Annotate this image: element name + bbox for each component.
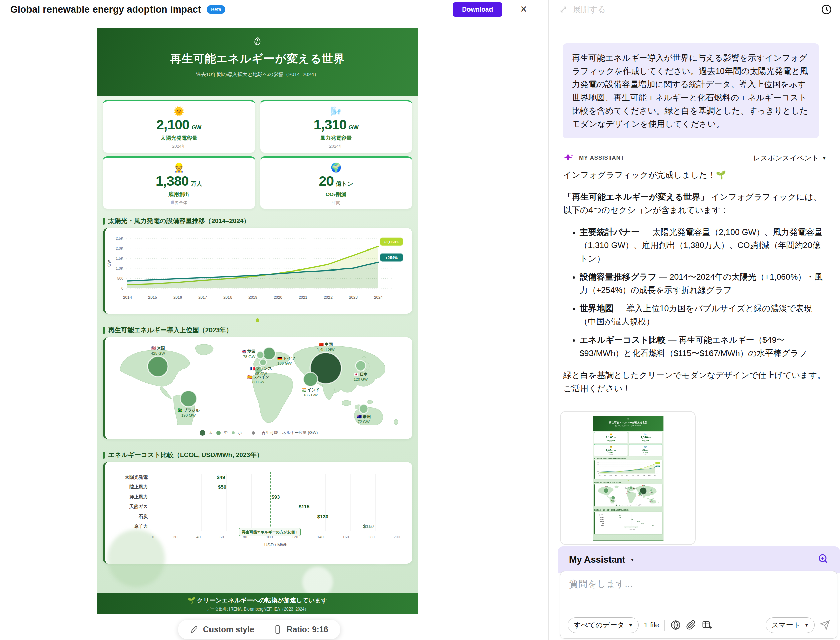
svg-text:+254%: +254% — [386, 256, 398, 260]
mode-dropdown[interactable]: スマート ▼ — [766, 617, 814, 633]
cost-value: $49 — [217, 474, 225, 480]
country-value: 80 GW — [627, 494, 630, 494]
assistant-selector[interactable]: My Assistant ▼ — [569, 555, 634, 565]
svg-text:+1,060%: +1,060% — [656, 463, 660, 464]
ratio-label[interactable]: Ratio: 9:16 — [287, 625, 328, 634]
country-value: 65 GW — [628, 492, 630, 493]
legend-size-dot — [251, 431, 255, 435]
cheaper-annotation: 再生可能エネルギーの方が安価 ↓ — [624, 526, 638, 528]
stat-sublabel: 年間 — [629, 454, 662, 455]
country-bubble — [638, 492, 642, 495]
infographic-preview[interactable]: 再生可能エネルギーが変える世界 過去10年間の導入拡大と地球への影響（2014–… — [97, 28, 418, 614]
country-bubble — [359, 405, 368, 413]
svg-text:2021: 2021 — [299, 295, 307, 299]
country-value: 1,453 GW — [642, 486, 645, 488]
cost-category-label: 原子力 — [114, 523, 152, 530]
cost-bar-row: 太陽光発電 $49 — [114, 474, 400, 481]
stats-grid: 🌞 2,100GW 太陽光発電容量 2024年 🌬️ 1,310GW 風力発電容… — [103, 100, 412, 209]
stat-label: 風力発電容量 — [629, 439, 662, 441]
send-icon[interactable] — [820, 620, 830, 630]
svg-text:1.5K: 1.5K — [115, 256, 123, 260]
stat-card: 🌞 2,100GW 太陽光発電容量 2024年 — [103, 100, 255, 153]
stat-emoji: 🌬️ — [260, 106, 412, 116]
svg-text:2.5K: 2.5K — [115, 236, 123, 240]
stats-grid: 🌞 2,100GW 太陽光発電容量 2024年 🌬️ 1,310GW 風力発電容… — [594, 432, 662, 456]
svg-text:2.0K: 2.0K — [597, 464, 598, 465]
paperclip-icon[interactable] — [686, 620, 696, 630]
stat-label: CO₂削減 — [629, 452, 662, 454]
stat-value: 2,100GW — [103, 117, 255, 133]
svg-text:2019: 2019 — [626, 475, 628, 476]
cost-rows: 太陽光発電 $49 陸上風力 $50 洋上風力 $93 天然ガス $115 石炭… — [597, 514, 660, 527]
download-button[interactable]: Download — [453, 2, 502, 17]
svg-text:2020: 2020 — [632, 475, 634, 476]
close-icon[interactable]: ✕ — [518, 5, 529, 14]
stat-sublabel: 2024年 — [594, 442, 628, 443]
stat-value: 1,380万人 — [594, 448, 628, 451]
svg-text:2023: 2023 — [648, 475, 651, 476]
growth-badge: +1,060% — [380, 238, 403, 246]
svg-text:0: 0 — [598, 473, 599, 474]
stat-value: 2,100GW — [594, 435, 628, 439]
app-root: Global renewable energy adoption impact … — [0, 0, 840, 640]
stat-card: 🌍 20億トン CO₂削減 年間 — [629, 444, 662, 456]
country-value: 78 GW — [625, 488, 628, 489]
country-name: 🇩🇪 ドイツ — [277, 356, 295, 361]
infographic-thumbnail[interactable]: 再生可能エネルギーが変える世界 過去10年間の導入拡大と地球への影響（2014–… — [560, 411, 696, 545]
cost-category-label: 原子力 — [597, 525, 605, 526]
country-value: 425 GW — [151, 351, 165, 355]
chat-input-card: すべてのデータ ▼ 1 file スマート ▼ — [560, 571, 837, 638]
globe-icon[interactable] — [670, 620, 681, 630]
country-value: 120 GW — [650, 493, 653, 494]
cost-x-label: USD / MWh — [152, 542, 400, 547]
country-bubble — [651, 499, 653, 501]
country-value: 65 GW — [255, 371, 267, 376]
svg-text:2016: 2016 — [173, 295, 182, 299]
country-value: 186 GW — [303, 393, 318, 397]
add-table-icon[interactable] — [702, 620, 712, 630]
stat-card: 👷 1,380万人 雇用創出 世界全体 — [103, 156, 255, 209]
chat-input[interactable] — [568, 577, 827, 616]
capacity-line-chart: 05001.0K1.5K2.0K2.5KGW201420152016201720… — [595, 460, 663, 478]
zoom-chat-icon[interactable] — [817, 553, 829, 566]
file-count-link[interactable]: 1 file — [644, 621, 659, 629]
country-bubble — [650, 490, 652, 492]
style-ratio-pill[interactable]: Custom style Ratio: 9:16 — [178, 620, 340, 639]
world-map: 🇨🇳 中国1,453 GW🇺🇸 米国425 GW🇧🇷 ブラジル190 GW🇮🇳 … — [107, 339, 412, 425]
thumbnail-scale: 再生可能エネルギーが変える世界 過去10年間の導入拡大と地球への影響（2014–… — [593, 416, 608, 541]
stat-sublabel: 2024年 — [629, 442, 662, 443]
response-bullet: 世界地図 — 導入上位10カ国をバブルサイズと緑の濃淡で表現（中国が最大規模） — [580, 302, 828, 328]
country-value: 425 GW — [605, 488, 608, 488]
svg-text:2015: 2015 — [148, 295, 157, 299]
infographic-subtitle: 過去10年間の導入拡大と地球への影響（2014–2024） — [97, 71, 418, 78]
data-scope-dropdown[interactable]: すべてのデータ ▼ — [568, 617, 638, 633]
country-bubble — [257, 351, 264, 358]
capacity-line-chart: 05001.0K1.5K2.0K2.5KGW201420152016201720… — [105, 228, 414, 311]
svg-text:2024: 2024 — [654, 475, 656, 476]
stat-label: 雇用創出 — [103, 191, 255, 198]
svg-text:+1,060%: +1,060% — [384, 240, 399, 244]
stat-sublabel: 2024年 — [260, 144, 412, 149]
svg-text:0: 0 — [122, 286, 123, 291]
custom-style-label[interactable]: Custom style — [203, 625, 254, 634]
cost-bar-row: 石炭 $130 — [597, 523, 660, 525]
cost-category-label: 石炭 — [597, 523, 605, 525]
panel-divider — [549, 0, 549, 640]
stat-sublabel: 世界全体 — [103, 200, 255, 206]
stat-card: 🌬️ 1,310GW 風力発電容量 2024年 — [260, 100, 413, 153]
country-name: 🇮🇳 インド — [302, 387, 320, 392]
infographic-title: 再生可能エネルギーが変える世界 — [97, 51, 418, 66]
country-bubble — [180, 390, 197, 407]
expand-button[interactable]: 展開する — [558, 4, 606, 15]
response-event-dropdown[interactable]: レスポンスイベント ▼ — [753, 153, 826, 163]
cost-category-label: 洋上風力 — [597, 518, 605, 520]
history-clock-icon[interactable] — [821, 4, 832, 16]
assistant-message-header: MY ASSISTANT レスポンスイベント ▼ — [563, 152, 826, 163]
svg-text:2016: 2016 — [610, 475, 612, 476]
svg-text:2020: 2020 — [274, 295, 282, 299]
svg-text:+254%: +254% — [657, 466, 660, 467]
infographic-footer: 🌱 クリーンエネルギーへの転換が加速しています データ出典: IRENA, Bl… — [97, 592, 418, 614]
section-title-cost: エネルギーコスト比較（LCOE, USD/MWh, 2023年） — [103, 451, 263, 459]
capacity-trend-card: 05001.0K1.5K2.0K2.5KGW201420152016201720… — [103, 228, 412, 314]
country-value: 190 GW — [611, 501, 615, 502]
